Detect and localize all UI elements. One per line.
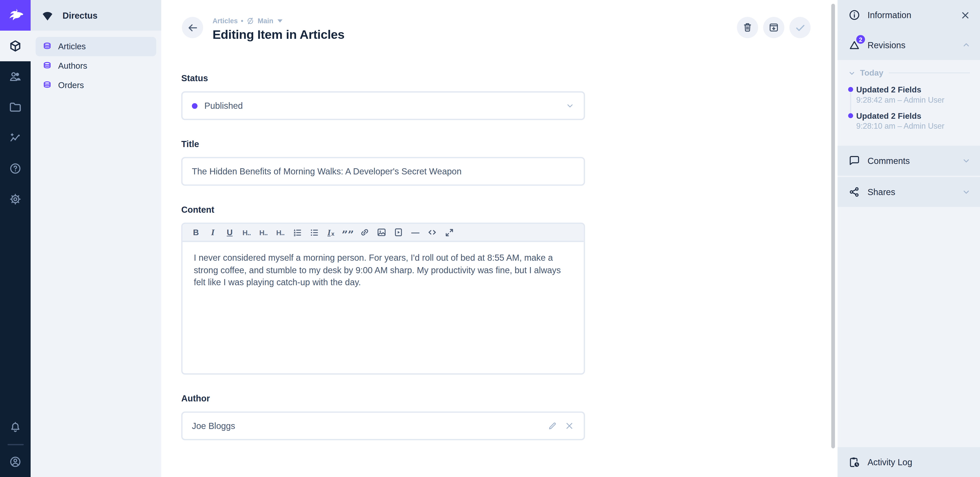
blockquote-button[interactable]: ”” bbox=[339, 225, 356, 240]
activity-log-label: Activity Log bbox=[867, 457, 970, 467]
module-bar-spacer bbox=[0, 214, 30, 412]
item-form: Status Published Title The Hidden Benefi… bbox=[181, 73, 585, 440]
revisions-group-header[interactable]: Today bbox=[848, 68, 970, 78]
revision-list: Updated 2 Fields 9:28:42 am – Admin User… bbox=[848, 85, 970, 131]
revision-title: Updated 2 Fields bbox=[856, 85, 970, 94]
account-button[interactable] bbox=[0, 447, 30, 477]
bullet-list-button[interactable] bbox=[306, 225, 323, 240]
sidebar-filler bbox=[838, 207, 980, 447]
group-divider bbox=[889, 72, 970, 73]
status-label: Status bbox=[181, 73, 585, 83]
bold-button[interactable]: B bbox=[188, 225, 204, 240]
module-settings[interactable] bbox=[0, 184, 30, 214]
close-icon[interactable] bbox=[960, 10, 971, 21]
module-content[interactable] bbox=[0, 30, 30, 61]
module-help[interactable] bbox=[0, 153, 30, 184]
revision-item[interactable]: Updated 2 Fields 9:28:42 am – Admin User bbox=[848, 85, 970, 104]
sidebar-section-shares[interactable]: Shares bbox=[838, 177, 980, 207]
header-actions bbox=[737, 17, 811, 38]
nav-item-authors[interactable]: Authors bbox=[36, 56, 156, 76]
nav-item-articles[interactable]: Articles bbox=[36, 37, 156, 56]
deselect-x-icon[interactable] bbox=[564, 421, 574, 431]
breadcrumb-separator: • bbox=[241, 17, 243, 25]
comments-label: Comments bbox=[867, 156, 955, 166]
media-button[interactable] bbox=[390, 225, 407, 240]
save-button[interactable] bbox=[789, 17, 811, 38]
notifications-button[interactable] bbox=[0, 412, 30, 443]
module-users[interactable] bbox=[0, 61, 30, 92]
heading2-button[interactable]: H.. bbox=[255, 225, 272, 240]
revision-title: Updated 2 Fields bbox=[856, 111, 970, 121]
directus-logo-button[interactable] bbox=[0, 0, 30, 30]
status-select[interactable]: Published bbox=[181, 91, 585, 120]
fullscreen-button[interactable] bbox=[441, 225, 458, 240]
ordered-list-icon bbox=[292, 227, 302, 237]
chevron-down-icon[interactable] bbox=[566, 101, 574, 110]
editor-body[interactable]: I never considered myself a morning pers… bbox=[183, 242, 584, 373]
revision-meta: 9:28:42 am – Admin User bbox=[856, 96, 970, 104]
revisions-label: Revisions bbox=[867, 40, 955, 50]
page-header: Articles • Main Editing Item in Articles bbox=[161, 0, 838, 43]
sidebar-section-revisions[interactable]: 2 Revisions bbox=[838, 30, 980, 60]
author-field: Author Joe Bloggs bbox=[181, 393, 585, 440]
breadcrumb-collection[interactable]: Articles bbox=[213, 17, 238, 25]
directus-app: Directus Articles bbox=[0, 0, 980, 477]
nav-item-label: Articles bbox=[58, 42, 86, 51]
back-button[interactable] bbox=[182, 17, 203, 38]
version-sync-icon bbox=[246, 17, 255, 25]
information-label: Information bbox=[867, 10, 953, 20]
author-label: Author bbox=[181, 393, 585, 403]
revisions-count-badge: 2 bbox=[856, 35, 865, 44]
fullscreen-icon bbox=[444, 227, 454, 237]
revision-dot-icon bbox=[848, 87, 853, 92]
title-value: The Hidden Benefits of Morning Walks: A … bbox=[192, 166, 462, 176]
project-name: Directus bbox=[62, 10, 97, 20]
archive-button[interactable] bbox=[763, 17, 784, 38]
chevron-down-icon bbox=[848, 69, 856, 77]
project-fan-icon bbox=[41, 8, 54, 22]
edit-pencil-icon[interactable] bbox=[547, 421, 557, 431]
remove-format-button[interactable]: Ix bbox=[323, 225, 339, 240]
revision-meta: 9:28:10 am – Admin User bbox=[856, 122, 970, 131]
horizontal-rule-button[interactable]: — bbox=[407, 225, 424, 240]
sidebar-section-comments[interactable]: Comments bbox=[838, 146, 980, 176]
heading3-button[interactable]: H.. bbox=[272, 225, 289, 240]
nav-item-orders[interactable]: Orders bbox=[36, 76, 156, 95]
image-button[interactable] bbox=[373, 225, 390, 240]
heading1-button[interactable]: H.. bbox=[238, 225, 255, 240]
sidebar-section-information[interactable]: Information bbox=[838, 0, 980, 30]
gear-icon bbox=[9, 193, 22, 206]
italic-button[interactable]: I bbox=[204, 225, 221, 240]
collection-database-icon bbox=[43, 81, 52, 90]
ordered-list-button[interactable] bbox=[289, 225, 305, 240]
folder-icon bbox=[9, 101, 22, 113]
image-icon bbox=[376, 227, 387, 238]
chevron-down-icon[interactable] bbox=[962, 188, 970, 196]
code-button[interactable] bbox=[424, 225, 441, 240]
author-input[interactable]: Joe Bloggs bbox=[181, 412, 585, 440]
users-icon bbox=[9, 70, 22, 83]
code-icon bbox=[427, 227, 438, 238]
revisions-group-title: Today bbox=[860, 68, 883, 78]
link-icon bbox=[360, 227, 370, 238]
breadcrumb: Articles • Main bbox=[213, 17, 737, 25]
chevron-up-icon[interactable] bbox=[962, 41, 970, 49]
delete-button[interactable] bbox=[737, 17, 758, 38]
directus-rabbit-icon bbox=[6, 6, 24, 24]
title-input[interactable]: The Hidden Benefits of Morning Walks: A … bbox=[181, 157, 585, 186]
insights-icon bbox=[9, 131, 22, 144]
link-button[interactable] bbox=[356, 225, 373, 240]
scrollbar-thumb[interactable] bbox=[831, 4, 835, 448]
title-block: Articles • Main Editing Item in Articles bbox=[213, 17, 737, 42]
module-insights[interactable] bbox=[0, 123, 30, 153]
version-dropdown-caret-icon[interactable] bbox=[278, 19, 283, 22]
module-files[interactable] bbox=[0, 92, 30, 123]
project-header[interactable]: Directus bbox=[30, 0, 161, 30]
breadcrumb-version[interactable]: Main bbox=[258, 17, 273, 25]
title-label: Title bbox=[181, 139, 585, 149]
revision-item[interactable]: Updated 2 Fields 9:28:10 am – Admin User bbox=[848, 111, 970, 131]
status-field: Status Published bbox=[181, 73, 585, 120]
underline-button[interactable]: U bbox=[221, 225, 238, 240]
chevron-down-icon[interactable] bbox=[962, 156, 970, 165]
sidebar-section-activity-log[interactable]: Activity Log bbox=[838, 447, 980, 477]
